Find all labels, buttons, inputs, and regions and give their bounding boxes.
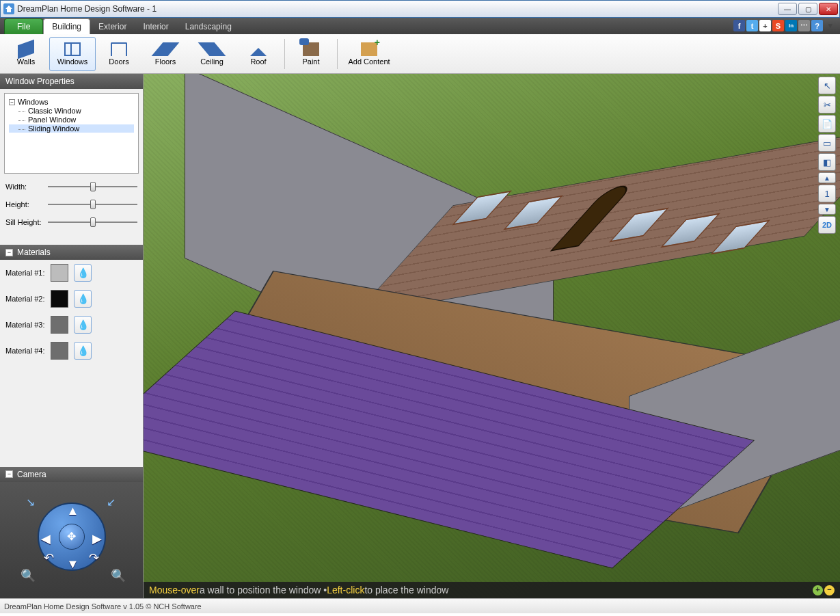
material-label-3: Material #3: xyxy=(5,321,45,329)
camera-pan-button[interactable]: ✥ xyxy=(59,524,85,550)
more-icon[interactable]: ⋯ xyxy=(798,20,810,31)
doors-button[interactable]: Doors xyxy=(96,37,142,71)
camera-pad: ✥ ▲ ▼ ◀ ▶ ↶ ↷ ↘ ↙ 🔍 🔍 xyxy=(0,482,143,599)
linkedin-icon[interactable]: in xyxy=(785,20,797,31)
hint-zoom-out[interactable]: − xyxy=(824,585,835,595)
hint-zoom-in[interactable]: + xyxy=(813,585,823,595)
hint-text-2: to place the window xyxy=(364,585,448,595)
tree-item-sliding[interactable]: Sliding Window xyxy=(9,124,134,133)
material-picker-4[interactable]: 💧 xyxy=(74,342,92,360)
eyedropper-icon: 💧 xyxy=(77,267,89,278)
ceiling-icon xyxy=(198,42,226,56)
materials-collapse-icon[interactable]: − xyxy=(5,249,13,256)
copy-tool[interactable]: 📄 xyxy=(818,115,836,133)
paint-button[interactable]: Paint xyxy=(288,37,334,71)
doors-label: Doors xyxy=(109,57,128,66)
height-slider[interactable] xyxy=(48,198,137,211)
eyedropper-icon: 💧 xyxy=(77,319,89,330)
tree-item-panel[interactable]: Panel Window xyxy=(9,116,134,124)
close-button[interactable]: ✕ xyxy=(819,3,838,15)
help-dropdown-icon[interactable]: ▾ xyxy=(824,20,836,31)
hint-bar: Mouse-over a wall to position the window… xyxy=(144,582,840,598)
materials-title: Materials xyxy=(17,247,51,257)
story-down-button[interactable]: ▼ xyxy=(818,204,836,215)
minimize-button[interactable]: — xyxy=(778,3,797,15)
materials-header: − Materials xyxy=(0,245,143,260)
camera-down-arrow[interactable]: ▼ xyxy=(67,557,79,572)
material-swatch-3[interactable] xyxy=(51,316,68,334)
social-icons: ft+Sin⋯?▾ xyxy=(733,20,836,31)
tab-interior[interactable]: Interior xyxy=(135,19,176,34)
material-swatch-2[interactable] xyxy=(51,290,68,308)
twitter-icon[interactable]: t xyxy=(746,20,758,31)
camera-rotate-right[interactable]: ↷ xyxy=(89,550,99,565)
paint-icon xyxy=(303,42,319,56)
camera-tilt-up-left[interactable]: ↘ xyxy=(26,496,35,509)
cut-tool[interactable]: ✂ xyxy=(818,96,836,113)
tab-building[interactable]: Building xyxy=(43,18,90,34)
plane-tool[interactable]: ▭ xyxy=(818,134,836,152)
select-tool[interactable]: ↖ xyxy=(818,77,836,94)
viewport-tools: ↖ ✂ 📄 ▭ ◧ ▲ 1 ▼ 2D xyxy=(818,77,837,234)
wall-icon xyxy=(18,39,34,59)
3d-viewport[interactable]: ↖ ✂ 📄 ▭ ◧ ▲ 1 ▼ 2D Mouse-over a wall to … xyxy=(144,74,840,598)
story-up-button[interactable]: ▲ xyxy=(818,172,836,183)
camera-up-arrow[interactable]: ▲ xyxy=(67,504,79,518)
story-indicator[interactable]: 1 xyxy=(818,185,836,202)
material-picker-2[interactable]: 💧 xyxy=(74,290,92,308)
hint-highlight-2: Left-click xyxy=(327,585,364,595)
tree-item-classic[interactable]: Classic Window xyxy=(9,107,134,115)
material-picker-3[interactable]: 💧 xyxy=(74,316,92,334)
material-row-4: Material #4:💧 xyxy=(0,338,143,364)
window-icon xyxy=(64,42,81,56)
sill-height-slider[interactable] xyxy=(48,216,137,228)
tab-exterior[interactable]: Exterior xyxy=(90,19,135,34)
facebook-icon[interactable]: f xyxy=(733,20,745,31)
sill-height-label: Sill Height: xyxy=(5,218,44,226)
eyedropper-icon: 💧 xyxy=(77,293,89,304)
solid-tool[interactable]: ◧ xyxy=(818,153,836,171)
add-content-button[interactable]: Add Content xyxy=(340,37,398,71)
material-swatch-4[interactable] xyxy=(51,342,68,360)
help-icon[interactable]: ? xyxy=(811,20,823,31)
titlebar: DreamPlan Home Design Software - 1 — ▢ ✕ xyxy=(0,0,840,18)
camera-collapse-icon[interactable]: − xyxy=(5,470,13,478)
door-icon xyxy=(111,42,127,56)
camera-tilt-up-right[interactable]: ↙ xyxy=(107,496,116,509)
google-plus-icon[interactable]: + xyxy=(759,20,771,31)
zoom-out-button[interactable]: 🔍 xyxy=(21,568,36,583)
view-2d-button[interactable]: 2D xyxy=(818,216,836,234)
roof-button[interactable]: Roof xyxy=(235,37,282,71)
roof-icon xyxy=(250,42,267,56)
tab-landscaping[interactable]: Landscaping xyxy=(177,19,240,34)
floors-button[interactable]: Floors xyxy=(142,37,189,71)
hint-text-1: a wall to position the window • xyxy=(200,585,327,595)
material-row-1: Material #1:💧 xyxy=(0,260,143,286)
walls-button[interactable]: Walls xyxy=(3,37,49,71)
tree-collapse-icon[interactable]: − xyxy=(9,99,15,105)
tree-root-label[interactable]: Windows xyxy=(18,98,49,106)
properties-title: Window Properties xyxy=(5,77,74,86)
floors-label: Floors xyxy=(155,57,176,66)
material-picker-1[interactable]: 💧 xyxy=(74,264,92,282)
width-slider[interactable] xyxy=(48,180,137,193)
width-label: Width: xyxy=(5,183,44,191)
stumbleupon-icon[interactable]: S xyxy=(772,20,784,31)
camera-right-arrow[interactable]: ▶ xyxy=(92,531,102,546)
camera-left-arrow[interactable]: ◀ xyxy=(41,531,51,546)
material-row-3: Material #3:💧 xyxy=(0,312,143,338)
zoom-in-button[interactable]: 🔍 xyxy=(111,568,126,583)
windows-button[interactable]: Windows xyxy=(49,37,96,71)
material-swatch-1[interactable] xyxy=(51,264,68,282)
camera-rotate-left[interactable]: ↶ xyxy=(44,550,54,565)
window-type-tree[interactable]: −Windows Classic Window Panel Window Sli… xyxy=(4,93,139,174)
material-row-2: Material #2:💧 xyxy=(0,286,143,312)
window-title: DreamPlan Home Design Software - 1 xyxy=(17,4,778,14)
ceiling-button[interactable]: Ceiling xyxy=(189,37,235,71)
height-label: Height: xyxy=(5,200,44,209)
status-bar: DreamPlan Home Design Software v 1.05 © … xyxy=(0,598,840,613)
sidebar: Window Properties −Windows Classic Windo… xyxy=(0,74,144,598)
maximize-button[interactable]: ▢ xyxy=(798,3,817,15)
tab-file[interactable]: File xyxy=(4,18,43,34)
roof-label: Roof xyxy=(250,57,266,66)
